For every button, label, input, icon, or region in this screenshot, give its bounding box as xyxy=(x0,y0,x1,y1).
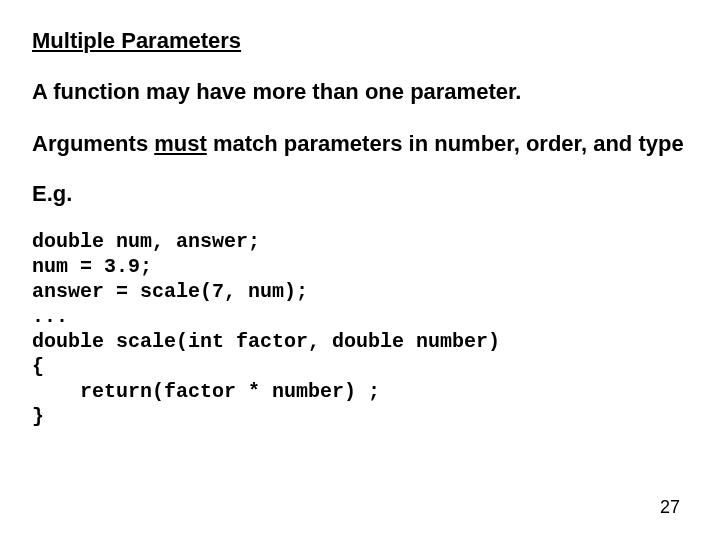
paragraph-rule-post: match parameters in number, order, and t… xyxy=(207,131,684,156)
paragraph-intro: A function may have more than one parame… xyxy=(32,78,688,106)
paragraph-rule: Arguments must match parameters in numbe… xyxy=(32,130,688,158)
example-label: E.g. xyxy=(32,181,688,207)
page-number: 27 xyxy=(660,497,680,518)
slide-title: Multiple Parameters xyxy=(32,28,688,54)
code-block: double num, answer; num = 3.9; answer = … xyxy=(32,229,688,429)
paragraph-rule-must: must xyxy=(154,131,207,156)
slide: Multiple Parameters A function may have … xyxy=(0,0,720,540)
paragraph-rule-pre: Arguments xyxy=(32,131,154,156)
